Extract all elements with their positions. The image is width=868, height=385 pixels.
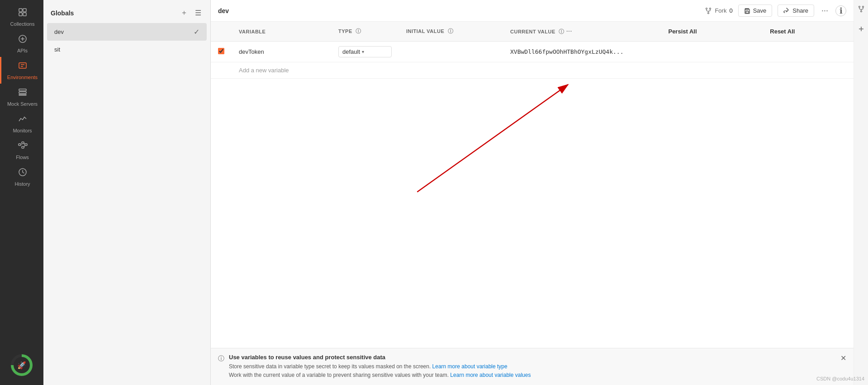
reset-all-button[interactable]: Reset All <box>766 26 798 37</box>
row-current-value: XVBwDll66fpwOOhHTBhOYgxLzUQ4k... <box>510 48 623 55</box>
fork-label: Fork <box>715 7 726 14</box>
environment-list: dev ✓ sit <box>43 22 210 385</box>
panel-menu-button[interactable]: ☰ <box>193 8 203 18</box>
svg-point-14 <box>706 8 707 9</box>
env-item-sit-label: sit <box>54 46 60 53</box>
svg-rect-17 <box>746 11 749 13</box>
right-fork-icon <box>858 5 865 13</box>
share-icon <box>783 8 790 14</box>
bootcamp-button[interactable]: 🚀 <box>11 354 33 376</box>
initial-value-info-icon[interactable]: ⓘ <box>448 28 454 34</box>
fork-count: 0 <box>729 7 732 14</box>
info-bar-line2: Work with the current value of a variabl… <box>229 371 832 380</box>
sidebar-item-apis-label: APIs <box>17 48 28 53</box>
svg-rect-0 <box>19 9 22 12</box>
info-bar: ⓘ Use variables to reuse values and prot… <box>211 348 854 385</box>
sidebar-item-environments-label: Environments <box>7 75 38 80</box>
panel-header: Globals ＋ ☰ <box>43 0 210 22</box>
svg-rect-2 <box>19 13 22 16</box>
current-value-more-button[interactable]: ··· <box>566 27 572 35</box>
svg-rect-10 <box>22 142 24 144</box>
svg-rect-1 <box>23 9 26 12</box>
topbar: dev Fork 0 Save <box>211 0 854 22</box>
row-variable-name[interactable]: devToken <box>239 48 264 55</box>
col-header-variable: VARIABLE <box>232 22 331 42</box>
row-checkbox[interactable] <box>218 48 224 54</box>
sidebar-item-monitors[interactable]: Monitors <box>0 110 43 137</box>
row-type-cell: default ▾ <box>331 42 399 62</box>
sidebar-item-mock-servers[interactable]: Mock Servers <box>0 84 43 110</box>
add-row-check-cell <box>211 62 232 79</box>
sidebar-item-environments[interactable]: Environments <box>0 57 43 84</box>
add-variable-cell[interactable]: Add a new variable <box>232 62 331 79</box>
right-bar-fork-button[interactable] <box>856 4 867 16</box>
info-bar-close-button[interactable]: ✕ <box>840 354 846 362</box>
fork-section: Fork 0 <box>705 7 732 14</box>
persist-all-button[interactable]: Persist All <box>664 26 700 37</box>
fork-icon <box>705 7 712 14</box>
share-button[interactable]: Share <box>778 5 814 17</box>
monitors-icon <box>18 114 28 126</box>
col-header-reset: Reset All <box>759 22 854 42</box>
row-type-value: default <box>342 48 360 55</box>
environments-icon <box>18 61 28 73</box>
table-row: devToken default ▾ XVBwDll66fpwOOhHTBhOY… <box>211 42 854 62</box>
history-icon <box>18 167 28 179</box>
sidebar-item-flows-label: Flows <box>16 155 29 160</box>
col-header-current-value: CURRENT VALUE ⓘ ··· <box>503 22 657 42</box>
svg-point-15 <box>710 8 711 9</box>
col-header-initial-value: INITIAL VALUE ⓘ <box>399 22 503 42</box>
info-bar-title: Use variables to reuse values and protec… <box>229 354 832 361</box>
right-sidebar <box>854 0 868 385</box>
row-current-value-cell[interactable]: XVBwDll66fpwOOhHTBhOYgxLzUQ4k... <box>503 42 854 62</box>
save-icon <box>744 8 750 14</box>
sidebar-item-apis[interactable]: APIs <box>0 30 43 57</box>
row-checkbox-cell <box>211 42 232 62</box>
info-bar-line1: Store sensitive data in variable type se… <box>229 362 832 371</box>
add-variable-placeholder: Add a new variable <box>239 67 289 74</box>
info-button[interactable]: ℹ <box>835 5 846 16</box>
panel-title: Globals <box>51 9 74 17</box>
sidebar-bottom: 🚀 <box>0 349 43 381</box>
add-variable-row: Add a new variable <box>211 62 854 79</box>
info-bar-link1[interactable]: Learn more about variable type <box>432 363 508 370</box>
svg-point-16 <box>708 12 709 14</box>
env-item-dev-label: dev <box>54 28 64 35</box>
row-type-select[interactable]: default ▾ <box>338 46 392 57</box>
add-environment-button[interactable]: ＋ <box>179 7 190 19</box>
sidebar-item-history-label: History <box>14 181 30 187</box>
row-initial-value-cell[interactable] <box>399 42 503 62</box>
row-variable-cell: devToken <box>232 42 331 62</box>
svg-rect-5 <box>19 63 26 68</box>
col-header-check <box>211 22 232 42</box>
variables-table: VARIABLE TYPE ⓘ INITIAL VALUE ⓘ CURRENT … <box>211 22 854 79</box>
info-bar-link2[interactable]: Learn more about variable values <box>450 372 531 378</box>
right-bar-secondary-button[interactable] <box>856 23 867 36</box>
svg-rect-3 <box>23 13 26 16</box>
right-bar-icon <box>858 25 865 33</box>
sidebar: Collections APIs Environments Mo <box>0 0 43 385</box>
save-button[interactable]: Save <box>738 5 773 17</box>
watermark: CSDN @codu4u1314 <box>816 376 864 381</box>
sidebar-item-history[interactable]: History <box>0 164 43 190</box>
col-header-persist: Persist All <box>657 22 759 42</box>
svg-rect-11 <box>22 146 24 148</box>
svg-rect-9 <box>19 144 21 146</box>
sidebar-item-flows[interactable]: Flows <box>0 137 43 164</box>
env-active-check-icon: ✓ <box>194 28 199 36</box>
variables-table-container: VARIABLE TYPE ⓘ INITIAL VALUE ⓘ CURRENT … <box>211 22 854 348</box>
type-info-icon[interactable]: ⓘ <box>356 28 361 34</box>
svg-rect-7 <box>19 92 26 94</box>
col-header-type: TYPE ⓘ <box>331 22 399 42</box>
env-item-sit[interactable]: sit <box>47 42 207 57</box>
current-value-info-icon[interactable]: ⓘ <box>559 28 564 35</box>
env-item-dev[interactable]: dev ✓ <box>47 23 207 41</box>
svg-point-22 <box>862 6 863 8</box>
sidebar-item-collections[interactable]: Collections <box>0 4 43 30</box>
flows-icon <box>18 141 28 153</box>
svg-rect-12 <box>25 144 27 146</box>
more-options-button[interactable]: ··· <box>820 4 830 17</box>
environments-panel: Globals ＋ ☰ dev ✓ sit <box>43 0 211 385</box>
info-bar-content: Use variables to reuse values and protec… <box>229 354 832 380</box>
table-header-row: VARIABLE TYPE ⓘ INITIAL VALUE ⓘ CURRENT … <box>211 22 854 42</box>
